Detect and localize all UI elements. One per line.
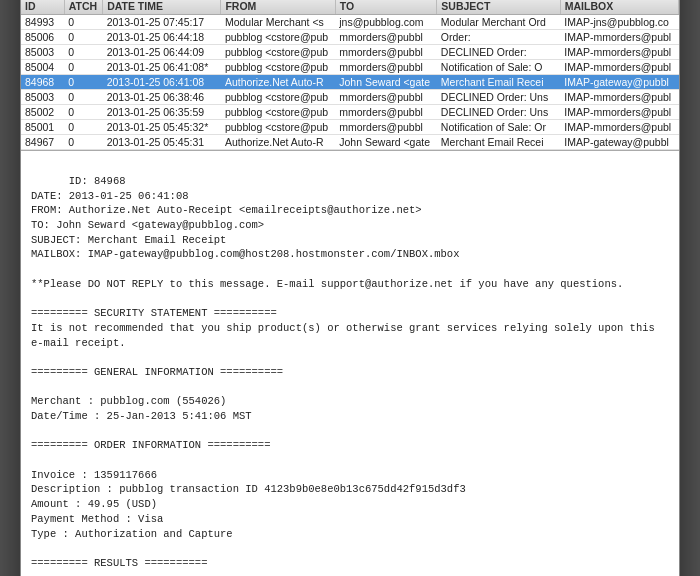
cell-subj: DECLINED Order: bbox=[437, 45, 560, 60]
cell-subj: Merchant Email Recei bbox=[437, 75, 560, 90]
cell-id: 84968 bbox=[21, 75, 64, 90]
cell-dt: 2013-01-25 06:44:09 bbox=[103, 45, 221, 60]
cell-atch: 0 bbox=[64, 75, 102, 90]
table-row[interactable]: 8500602013-01-25 06:44:18pubblog <cstore… bbox=[21, 30, 679, 45]
cell-id: 85002 bbox=[21, 105, 64, 120]
cell-id: 85003 bbox=[21, 90, 64, 105]
table-row[interactable]: 8500102013-01-25 05:45:32*pubblog <cstor… bbox=[21, 120, 679, 135]
cell-dt: 2013-01-25 07:45:17 bbox=[103, 15, 221, 30]
cell-subj: Notification of Sale: O bbox=[437, 60, 560, 75]
cell-subj: Modular Merchant Ord bbox=[437, 15, 560, 30]
cell-from: pubblog <cstore@pub bbox=[221, 45, 335, 60]
cell-to: John Seward <gate bbox=[335, 75, 437, 90]
col-header-atch: ATCH bbox=[64, 0, 102, 15]
cell-from: Authorize.Net Auto-R bbox=[221, 75, 335, 90]
email-table: ID ATCH DATE TIME FROM TO SUBJECT MAILBO… bbox=[21, 0, 679, 150]
cell-subj: Merchant Email Recei bbox=[437, 135, 560, 150]
table-row[interactable]: 8499302013-01-25 07:45:17Modular Merchan… bbox=[21, 15, 679, 30]
cell-mbox: IMAP-gateway@pubbl bbox=[560, 75, 678, 90]
cell-dt: 2013-01-25 06:41:08* bbox=[103, 60, 221, 75]
cell-mbox: IMAP-mmorders@publ bbox=[560, 90, 678, 105]
cell-dt: 2013-01-25 05:45:31 bbox=[103, 135, 221, 150]
cell-id: 85004 bbox=[21, 60, 64, 75]
cell-mbox: IMAP-mmorders@publ bbox=[560, 105, 678, 120]
col-header-subj: SUBJECT bbox=[437, 0, 560, 15]
cell-from: pubblog <cstore@pub bbox=[221, 120, 335, 135]
col-header-id: ID bbox=[21, 0, 64, 15]
cell-mbox: IMAP-mmorders@publ bbox=[560, 45, 678, 60]
cell-mbox: IMAP-gateway@pubbl bbox=[560, 135, 678, 150]
cell-atch: 0 bbox=[64, 135, 102, 150]
table-row[interactable]: 8500202013-01-25 06:35:59pubblog <cstore… bbox=[21, 105, 679, 120]
cell-to: mmorders@pubbl bbox=[335, 120, 437, 135]
cell-from: pubblog <cstore@pub bbox=[221, 90, 335, 105]
cell-atch: 0 bbox=[64, 45, 102, 60]
cell-atch: 0 bbox=[64, 120, 102, 135]
cell-id: 85003 bbox=[21, 45, 64, 60]
cell-id: 84993 bbox=[21, 15, 64, 30]
cell-atch: 0 bbox=[64, 60, 102, 75]
table-row[interactable]: 8500302013-01-25 06:44:09pubblog <cstore… bbox=[21, 45, 679, 60]
cell-to: jns@pubblog.com bbox=[335, 15, 437, 30]
cell-atch: 0 bbox=[64, 90, 102, 105]
cell-to: mmorders@pubbl bbox=[335, 45, 437, 60]
table-row[interactable]: 8496702013-01-25 05:45:31Authorize.Net A… bbox=[21, 135, 679, 150]
cell-atch: 0 bbox=[64, 30, 102, 45]
cell-dt: 2013-01-25 06:44:18 bbox=[103, 30, 221, 45]
cell-dt: 2013-01-25 06:35:59 bbox=[103, 105, 221, 120]
preview-pane: ID: 84968 DATE: 2013-01-25 06:41:08 FROM… bbox=[21, 151, 679, 576]
cell-to: mmorders@pubbl bbox=[335, 30, 437, 45]
col-header-dt: DATE TIME bbox=[103, 0, 221, 15]
cell-dt: 2013-01-25 06:38:46 bbox=[103, 90, 221, 105]
cell-from: Authorize.Net Auto-R bbox=[221, 135, 335, 150]
cell-to: mmorders@pubbl bbox=[335, 90, 437, 105]
col-header-mbox: MAILBOX bbox=[560, 0, 678, 15]
table-row[interactable]: 8500402013-01-25 06:41:08*pubblog <cstor… bbox=[21, 60, 679, 75]
cell-subj: DECLINED Order: Uns bbox=[437, 90, 560, 105]
cell-subj: DECLINED Order: Uns bbox=[437, 105, 560, 120]
cell-from: Modular Merchant <s bbox=[221, 15, 335, 30]
cell-id: 85001 bbox=[21, 120, 64, 135]
table-row[interactable]: 8500302013-01-25 06:38:46pubblog <cstore… bbox=[21, 90, 679, 105]
cell-to: mmorders@pubbl bbox=[335, 105, 437, 120]
cell-from: pubblog <cstore@pub bbox=[221, 105, 335, 120]
cell-atch: 0 bbox=[64, 105, 102, 120]
cell-subj: Order: bbox=[437, 30, 560, 45]
cell-mbox: IMAP-jns@pubblog.co bbox=[560, 15, 678, 30]
cell-to: mmorders@pubbl bbox=[335, 60, 437, 75]
cell-from: pubblog <cstore@pub bbox=[221, 60, 335, 75]
col-header-to: TO bbox=[335, 0, 437, 15]
cell-subj: Notification of Sale: Or bbox=[437, 120, 560, 135]
cell-id: 85006 bbox=[21, 30, 64, 45]
cell-id: 84967 bbox=[21, 135, 64, 150]
cell-from: pubblog <cstore@pub bbox=[221, 30, 335, 45]
preview-text: ID: 84968 DATE: 2013-01-25 06:41:08 FROM… bbox=[31, 175, 661, 576]
email-table-wrapper[interactable]: ID ATCH DATE TIME FROM TO SUBJECT MAILBO… bbox=[21, 0, 679, 151]
cell-mbox: IMAP-mmorders@publ bbox=[560, 60, 678, 75]
cell-dt: 2013-01-25 05:45:32* bbox=[103, 120, 221, 135]
col-header-from: FROM bbox=[221, 0, 335, 15]
cell-dt: 2013-01-25 06:41:08 bbox=[103, 75, 221, 90]
cell-to: John Seward <gate bbox=[335, 135, 437, 150]
cell-mbox: IMAP-mmorders@publ bbox=[560, 30, 678, 45]
table-row[interactable]: 8496802013-01-25 06:41:08Authorize.Net A… bbox=[21, 75, 679, 90]
cell-mbox: IMAP-mmorders@publ bbox=[560, 120, 678, 135]
cell-atch: 0 bbox=[64, 15, 102, 30]
main-window: done retrieving email from /Volumes/Maci… bbox=[20, 0, 680, 576]
content-area: ID ATCH DATE TIME FROM TO SUBJECT MAILBO… bbox=[21, 0, 679, 576]
